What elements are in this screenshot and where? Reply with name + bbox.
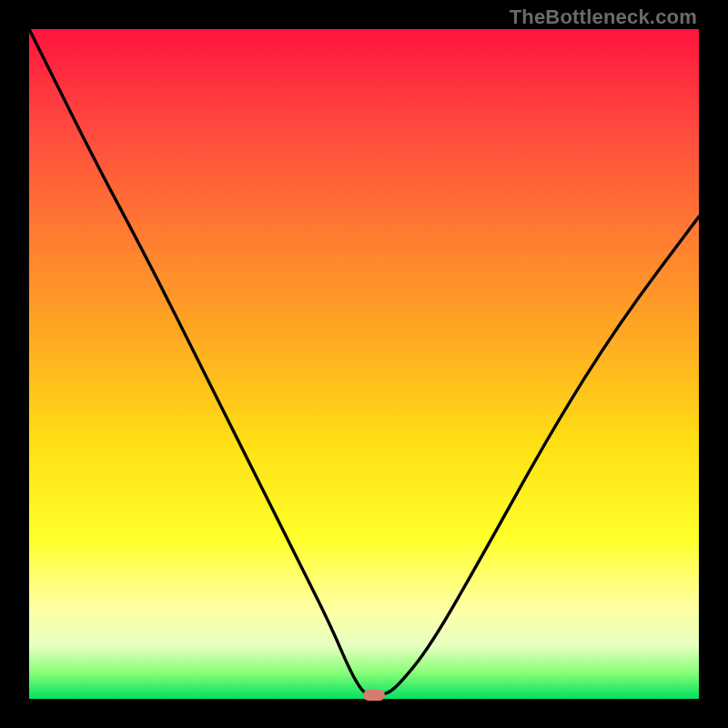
bottleneck-curve-path bbox=[29, 29, 699, 695]
plot-area bbox=[29, 29, 699, 699]
chart-frame: TheBottleneck.com bbox=[0, 0, 728, 728]
curve-svg bbox=[29, 29, 699, 699]
watermark-text: TheBottleneck.com bbox=[510, 5, 697, 29]
optimum-marker bbox=[363, 690, 385, 701]
